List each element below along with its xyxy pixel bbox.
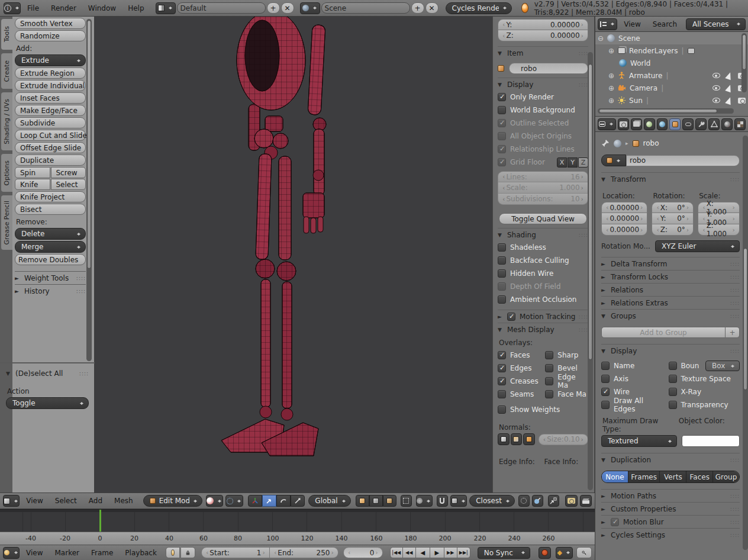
duplicate-button[interactable]: Duplicate <box>15 155 86 166</box>
bounds-checkbox[interactable] <box>669 362 677 370</box>
grid-lines-field[interactable]: ‹Lines:16› <box>498 171 588 182</box>
duplication-panel-header[interactable]: ▼Duplication:::: <box>601 453 740 466</box>
auto-keyframe-toggle[interactable] <box>539 547 550 559</box>
subdivide-button[interactable]: Subdivide <box>15 117 86 128</box>
screen-layout-browse-button[interactable] <box>156 2 176 14</box>
object-display-panel-header[interactable]: ▼Display:::: <box>601 344 740 357</box>
show-seconds-toggle[interactable] <box>166 547 180 558</box>
rotation-mode-dropdown[interactable]: XYZ Euler <box>655 240 740 252</box>
editor-type-timeline-dropdown[interactable] <box>3 547 20 559</box>
bevel-checkbox[interactable] <box>545 364 553 372</box>
location-y-field[interactable]: ‹0.00000› <box>601 213 647 224</box>
bounds-type-dropdown[interactable]: Box <box>705 361 740 371</box>
object-name-field[interactable]: robo <box>626 155 740 166</box>
relations-panel-header[interactable]: ►Relations:::: <box>601 283 740 296</box>
outline-selected-checkbox[interactable] <box>498 119 506 127</box>
tool-shelf-scrollbar[interactable] <box>86 19 92 361</box>
median-z-field[interactable]: ‹Z:0.00000› <box>498 30 588 41</box>
merge-dropdown[interactable]: Merge <box>15 241 86 253</box>
scene-browse-button[interactable] <box>300 2 320 14</box>
relations-extras-panel-header[interactable]: ►Relations Extras:::: <box>601 296 740 309</box>
shading-panel-header[interactable]: ▼Shading:::: <box>498 228 588 241</box>
knife-project-button[interactable]: Knife Project <box>15 191 86 202</box>
rotation-x-field[interactable]: ‹X:0°› <box>652 202 694 213</box>
edge-select-toggle[interactable] <box>369 495 383 507</box>
delete-dropdown[interactable]: Delete <box>15 228 86 240</box>
delete-layout-button[interactable]: ✕ <box>281 2 294 14</box>
tab-shading-uvs[interactable]: Shading / UVs <box>1 92 12 150</box>
renderlayer-toggle-icon[interactable] <box>688 48 695 54</box>
tab-object-data[interactable] <box>708 118 720 130</box>
timeline-ruler[interactable]: -40 -20 0 20 40 60 80 100 120 140 160 18… <box>0 532 595 545</box>
offset-edge-slide-button[interactable]: Offset Edge Slide <box>15 142 86 153</box>
tab-tools[interactable]: Tools <box>1 19 12 50</box>
screw-button[interactable]: Screw <box>51 167 86 178</box>
median-y-field[interactable]: ‹Y:0.00000› <box>498 19 588 30</box>
expand-plus-icon[interactable]: ⊕ <box>608 96 614 105</box>
selectability-cursor-icon[interactable] <box>725 83 733 92</box>
visibility-eye-icon[interactable] <box>712 73 720 78</box>
tab-options[interactable]: Options <box>1 154 12 192</box>
manipulator-scale-toggle[interactable] <box>291 495 305 507</box>
motion-blur-checkbox[interactable] <box>611 518 619 526</box>
timeline-menu-view[interactable]: View <box>21 545 48 560</box>
jump-to-start-button[interactable]: |◀◀ <box>390 547 403 558</box>
face-select-toggle[interactable] <box>383 495 396 507</box>
motion-blur-panel-header[interactable]: ►Motion Blur:::: <box>601 515 740 528</box>
outliner-row-world[interactable]: World <box>595 57 748 69</box>
outliner-row-armature[interactable]: ⊕ Armature | <box>595 69 748 82</box>
menu-render[interactable]: Render <box>46 1 82 16</box>
current-frame-field[interactable]: ‹0› <box>343 547 383 558</box>
xray-checkbox[interactable] <box>669 388 677 396</box>
delete-scene-button[interactable]: ✕ <box>425 2 439 14</box>
properties-scrollbar[interactable] <box>743 136 748 550</box>
grid-axis-x-toggle[interactable]: X <box>557 157 567 168</box>
expand-plus-icon[interactable]: ⊕ <box>608 47 614 55</box>
timeline-menu-frame[interactable]: Frame <box>86 545 118 560</box>
hidden-wire-checkbox[interactable] <box>498 269 506 278</box>
view3d-menu-view[interactable]: View <box>21 493 48 508</box>
loop-cut-slide-button[interactable]: Loop Cut and Slide <box>15 130 86 141</box>
expand-plus-icon[interactable]: ⊕ <box>608 84 614 92</box>
name-checkbox[interactable] <box>601 362 610 370</box>
world-background-checkbox[interactable] <box>498 106 506 114</box>
spin-button[interactable]: Spin <box>15 167 50 178</box>
sync-mode-dropdown[interactable]: No Sync <box>478 547 531 559</box>
transform-locks-panel-header[interactable]: ►Transform Locks:::: <box>601 270 740 283</box>
visibility-eye-icon[interactable] <box>712 98 720 103</box>
grid-subdivisions-field[interactable]: ‹Subdivisions:10› <box>498 194 588 205</box>
normals-size-field[interactable]: ‹Size:0.10› <box>539 434 588 445</box>
rotation-y-field[interactable]: ‹Y:0°› <box>652 213 694 224</box>
extrude-dropdown[interactable]: Extrude <box>15 54 86 66</box>
bisect-button[interactable]: Bisect <box>15 204 86 215</box>
keying-set-dropdown[interactable]: ◆ <box>556 547 573 559</box>
editor-type-info-dropdown[interactable]: i <box>4 2 21 14</box>
editor-type-view3d-dropdown[interactable] <box>3 495 20 507</box>
tab-object-active[interactable] <box>669 118 681 130</box>
show-weights-checkbox[interactable] <box>498 405 506 414</box>
add-to-group-button[interactable]: Add to Group <box>601 327 726 338</box>
rotation-z-field[interactable]: ‹Z:0°› <box>652 224 694 236</box>
previous-keyframe-button[interactable]: ◀◀ <box>403 547 416 558</box>
tab-scene[interactable] <box>644 118 655 130</box>
play-reverse-button[interactable]: ◀ <box>416 547 430 558</box>
timeline-tracks[interactable] <box>0 509 595 532</box>
menu-help[interactable]: Help <box>122 1 149 16</box>
insert-keyframe-button[interactable] <box>576 547 592 558</box>
extrude-individual-button[interactable]: Extrude Individual <box>15 80 86 91</box>
duplication-none-toggle[interactable]: None <box>602 471 628 482</box>
outliner-menu-view[interactable]: View <box>618 17 646 32</box>
texture-space-checkbox[interactable] <box>669 375 677 383</box>
duplication-group-toggle[interactable]: Group <box>712 471 739 482</box>
snap-toggle[interactable] <box>437 495 448 507</box>
outliner-row-camera[interactable]: ⊕ Camera | <box>595 82 748 94</box>
tab-texture[interactable] <box>734 118 746 130</box>
tab-render[interactable] <box>618 118 629 130</box>
outliner-row-renderlayers[interactable]: ⊕ RenderLayers | <box>595 44 748 57</box>
proportional-edit-dropdown[interactable] <box>416 495 433 507</box>
delta-transform-panel-header[interactable]: ►Delta Transform:::: <box>601 257 740 270</box>
lock-range-toggle[interactable] <box>181 547 195 558</box>
location-x-field[interactable]: ‹0.00000› <box>601 202 647 213</box>
shadeless-checkbox[interactable] <box>498 243 506 252</box>
breadcrumb-scene-icon[interactable] <box>614 140 621 147</box>
